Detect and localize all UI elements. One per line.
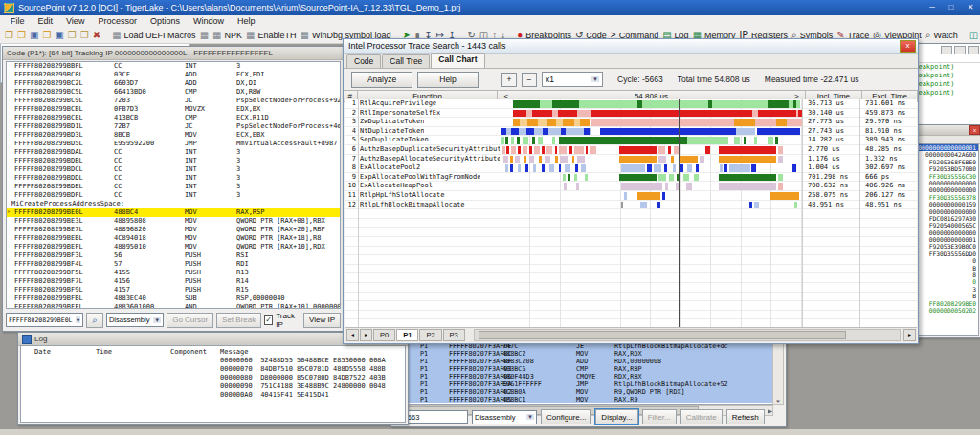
open-project-button[interactable]: ❐ bbox=[15, 29, 28, 41]
code-row[interactable]: FFFFF80208299BCEL413BCBCMPECX,R11D bbox=[7, 114, 340, 122]
register-value[interactable]: F9205368F6BE0 bbox=[911, 159, 978, 165]
calibrate-button[interactable]: Calibrate bbox=[680, 409, 723, 424]
zoom-level-select[interactable]: x1 ▼ bbox=[542, 72, 603, 87]
code-row[interactable]: FFFFF80208299BD5LE959592200JMPMmVirtualA… bbox=[7, 140, 340, 148]
code-row[interactable]: FFFFF80208299BCBL0FB7D3MOVZXEDX,BX bbox=[7, 105, 340, 114]
code-row[interactable]: FFFFF80208299BEBL4C894018MOVQWORD PTR [R… bbox=[7, 234, 340, 243]
log-column-message[interactable]: Message bbox=[220, 348, 249, 356]
proc-tab-p2[interactable]: P2 bbox=[419, 329, 441, 341]
log-column-date[interactable]: Date bbox=[34, 348, 51, 356]
menu-edit[interactable]: Edit bbox=[32, 16, 60, 26]
register-value[interactable]: 0000000000000 bbox=[911, 208, 978, 215]
chart-row[interactable]: 1RtlAcquirePrivilege36.713 us731.601 ns bbox=[345, 99, 917, 109]
proc-tab-left-icon[interactable]: ◂ bbox=[346, 329, 359, 341]
proc-tab-p0[interactable]: P0 bbox=[373, 329, 395, 341]
tab-call-chart[interactable]: Call Chart bbox=[431, 53, 484, 68]
code-row[interactable]: FFFFF80208299BBFLCCINT3 bbox=[7, 62, 340, 71]
code-row[interactable]: FFFFF80208299BC0L03CFADDECX,EDI bbox=[7, 71, 340, 79]
scroll-down-icon[interactable]: ▼ bbox=[775, 399, 781, 404]
save-workspace-button[interactable]: ❐ bbox=[78, 29, 91, 41]
code-row[interactable]: FFFFF80208299BD3L8BCBMOVECX,EBX bbox=[7, 131, 340, 140]
display-button[interactable]: Display... bbox=[595, 409, 637, 424]
register-value[interactable]: B bbox=[911, 293, 978, 299]
chart-row[interactable]: 2RtlImpersonateSelfEx30.140 us459.873 ns bbox=[345, 109, 917, 119]
register-value[interactable]: FF30D35556DD0 bbox=[911, 250, 978, 257]
code-row[interactable]: FFFFF80208299BDCLCCINT3 bbox=[7, 165, 340, 174]
breakpoint-line[interactable]: breakpoint) bbox=[908, 72, 980, 80]
help-button[interactable]: Help bbox=[417, 72, 479, 88]
dialog-title-bar[interactable]: Intel Processor Trace Search - 1443 call… bbox=[344, 39, 918, 54]
tab-code[interactable]: Code bbox=[346, 54, 381, 68]
code-row[interactable]: FFFFF80208299BFFL4883601000ANDQWORD PTR … bbox=[7, 303, 340, 309]
code-row[interactable]: FFFFF80208299BF3L56PUSHRSI bbox=[7, 251, 340, 260]
registers-panel-title[interactable]: x bbox=[908, 125, 980, 136]
load-uefi-macros-button[interactable]: ▦Load UEFI Macros bbox=[110, 29, 197, 41]
go-cursor-button[interactable]: Go Cursor bbox=[167, 313, 213, 328]
address-combo[interactable]: FFFFF80208299BE0L ▼ bbox=[6, 313, 83, 327]
code-row[interactable]: FFFFF80208299BDDLCCINT3 bbox=[7, 174, 340, 183]
code-row[interactable]: FFFFF80208299BDALCCINT3 bbox=[7, 148, 340, 157]
code-row[interactable]: FFFFF80208299BF7L4156PUSHR14 bbox=[7, 277, 340, 286]
chevron-down-icon[interactable]: ▼ bbox=[153, 317, 161, 323]
code-row[interactable]: FFFFF80208299BDELCCINT3 bbox=[7, 183, 340, 191]
register-value[interactable]: 0000000050202 bbox=[911, 307, 978, 314]
chevron-down-icon[interactable]: ▼ bbox=[526, 414, 534, 420]
register-value[interactable]: 0 bbox=[911, 257, 978, 264]
chart-row[interactable]: 11RtlpHpLfhSlotAllocate258.075 ns206.127… bbox=[345, 191, 917, 201]
trace-mode-select[interactable]: Disassembly ▼ bbox=[472, 410, 537, 424]
register-value[interactable]: 0 bbox=[911, 278, 978, 285]
register-value[interactable]: FF80208299BE0 bbox=[911, 300, 978, 307]
log-column-time[interactable]: Time bbox=[96, 348, 112, 356]
panel-close-button[interactable] bbox=[968, 46, 979, 54]
trace-row[interactable]: P1FFFFF80207F3AF05488BC1MOVRAX,R9 bbox=[394, 396, 772, 403]
code-row[interactable]: FFFFF80208299BEFL48895010MOVQWORD PTR [R… bbox=[7, 243, 340, 251]
analyze-button[interactable]: Analyze bbox=[351, 72, 412, 88]
zoom-in-button[interactable]: + bbox=[501, 73, 517, 87]
code-row[interactable]: ➤FFFFF80208299BE0L488BC4MOVRAX,RSP bbox=[7, 208, 340, 217]
code-row[interactable]: FFFFF80208299BDBLCCINT3 bbox=[7, 157, 340, 165]
menu-view[interactable]: View bbox=[59, 16, 91, 26]
close-button[interactable]: ✕ bbox=[961, 0, 980, 15]
chart-row[interactable]: 8ExAllocatePool21.004 us302.697 ns bbox=[345, 163, 917, 173]
set-break-button[interactable]: Set Break bbox=[216, 313, 261, 328]
breakpoint-line[interactable]: breakpoint) bbox=[908, 80, 980, 89]
menu-processor[interactable]: Processor bbox=[91, 16, 144, 26]
code-row[interactable]: FFFFF80208299BDFLCCINT3 bbox=[7, 191, 340, 200]
panel-close-icon[interactable]: x bbox=[969, 125, 980, 135]
panel-minimize-button[interactable] bbox=[941, 46, 952, 54]
refresh-button[interactable]: Refresh bbox=[726, 409, 765, 424]
save-file-button[interactable]: ▣ bbox=[53, 29, 65, 41]
code-row[interactable]: FFFFF80208299BF5L4155PUSHR13 bbox=[7, 269, 340, 277]
breakpoint-line[interactable]: breakpoint) bbox=[908, 63, 980, 72]
code-row[interactable]: FFFFF80208299BE7L48896820MOVQWORD PTR [R… bbox=[7, 226, 340, 234]
trace-row[interactable]: P1FFFFF80207F3AF8C488BC2MOVRAX,RDX bbox=[394, 350, 772, 358]
code-row[interactable]: FFFFF80208299BC5L66413BD0CMPDX,R8W bbox=[7, 88, 340, 97]
filter-button[interactable]: Filter... bbox=[642, 409, 677, 424]
close-project-button[interactable]: ✖ bbox=[91, 29, 102, 41]
register-value[interactable]: 8 bbox=[911, 272, 978, 278]
watch-button[interactable]: ⌕Watch bbox=[924, 29, 960, 41]
trace-row[interactable]: P1FFFFF80207F3AF93483BC5CMPRAX,RBP bbox=[394, 365, 772, 373]
code-row[interactable]: FFFFF80208299BF9L4157PUSHR15 bbox=[7, 286, 340, 294]
menu-options[interactable]: Options bbox=[144, 16, 187, 26]
menu-window[interactable]: Window bbox=[187, 16, 231, 26]
dialog-close-button[interactable]: x bbox=[900, 40, 916, 53]
chart-row[interactable]: 5SepDuplicateToken14.282 us389.943 ns bbox=[345, 136, 917, 145]
code-row[interactable]: FFFFF80208299BFBL4883EC40SUBRSP,00000040 bbox=[7, 294, 340, 303]
trace-row[interactable]: P1FFFFF80207F3AF96480F44D3CMOVERDX,RBX bbox=[394, 373, 772, 381]
trace-vertical-scrollbar[interactable]: ▲▼ bbox=[772, 337, 784, 405]
code-row[interactable]: FFFFF80208299BE3L48895808MOVQWORD PTR [R… bbox=[7, 217, 340, 226]
register-value[interactable]: F92053BD57080 bbox=[911, 165, 978, 172]
register-value[interactable]: B bbox=[911, 265, 978, 272]
register-value[interactable]: F92053E39B0C0 bbox=[911, 243, 978, 250]
menu-help[interactable]: Help bbox=[231, 16, 262, 26]
maximize-button[interactable]: □ bbox=[942, 0, 961, 15]
trace-row[interactable]: P1FFFFF80207F3AF8F4883C208ADDRDX,0000000… bbox=[394, 358, 772, 365]
trace-row[interactable]: P1FFFFF80207F3AF024C8B0AMOVR9,QWORD PTR … bbox=[394, 388, 772, 396]
code-row[interactable]: FFFFF80208299BC9L7203JCPspSelectNodeForP… bbox=[7, 97, 340, 105]
zoom-out-button[interactable]: − bbox=[522, 73, 537, 87]
register-value[interactable]: 0000000000000 bbox=[911, 186, 978, 193]
menu-file[interactable]: File bbox=[4, 16, 32, 26]
tab-call-tree[interactable]: Call Tree bbox=[382, 54, 430, 68]
open-workspace-button[interactable]: ❐ bbox=[66, 29, 78, 41]
